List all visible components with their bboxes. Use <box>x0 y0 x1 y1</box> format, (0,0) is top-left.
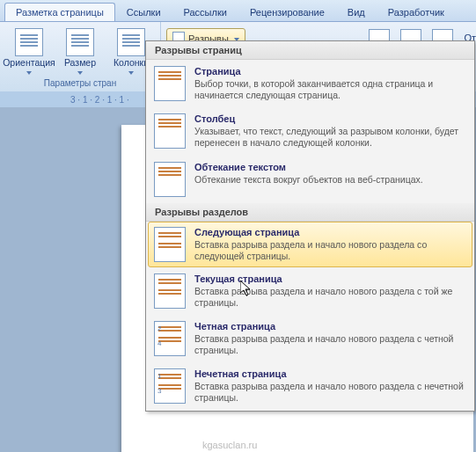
next-page-icon <box>154 227 186 262</box>
menu-item-title: Обтекание текстом <box>194 162 466 172</box>
menu-item-odd-page[interactable]: 3 Нечетная страница Вставка разрыва разд… <box>146 362 474 410</box>
menu-item-desc: Вставка разрыва раздела и начало нового … <box>194 333 466 356</box>
columns-label: Колонки <box>114 58 149 69</box>
column-break-icon <box>154 113 186 149</box>
menu-item-page-break[interactable]: Страница Выбор точки, в которой заканчив… <box>146 60 474 107</box>
group-label: Параметры стран <box>7 77 153 90</box>
tab-references[interactable]: Ссылки <box>115 3 172 21</box>
size-button[interactable]: Размер <box>58 28 102 75</box>
menu-item-desc: Вставка разрыва раздела и начало нового … <box>194 381 466 404</box>
orientation-label: Ориентация <box>3 58 55 69</box>
tab-page-layout[interactable]: Разметка страницы <box>4 3 115 21</box>
ribbon-group-page-setup: Ориентация Размер Колонки Параметры стра… <box>0 22 161 91</box>
chevron-down-icon <box>128 71 134 75</box>
chevron-down-icon <box>77 71 83 75</box>
menu-item-text-wrapping[interactable]: Обтекание текстом Обтекание текста вокру… <box>146 156 474 203</box>
menu-item-even-page[interactable]: 4 Четная страница Вставка разрыва раздел… <box>146 315 474 362</box>
menu-item-desc: Вставка разрыва раздела и начало нового … <box>194 239 466 262</box>
dropdown-section-section-breaks: Разрывы разделов <box>146 203 474 222</box>
menu-item-column-break[interactable]: Столбец Указывает, что текст, следующий … <box>146 107 474 155</box>
columns-icon <box>117 28 145 56</box>
orientation-icon <box>15 28 43 56</box>
chevron-down-icon <box>26 71 32 75</box>
ribbon-tabs: Разметка страницы Ссылки Рассылки Реценз… <box>0 0 476 21</box>
tab-view[interactable]: Вид <box>336 3 377 21</box>
tab-mailings[interactable]: Рассылки <box>172 3 238 21</box>
menu-item-title: Четная страница <box>194 321 466 332</box>
menu-item-title: Нечетная страница <box>194 368 466 379</box>
menu-item-title: Следующая страница <box>194 227 466 237</box>
tab-developer[interactable]: Разработчик <box>377 3 456 21</box>
continuous-icon <box>154 273 186 309</box>
tab-review[interactable]: Рецензирование <box>238 3 336 21</box>
size-label: Размер <box>64 58 96 69</box>
menu-item-next-page[interactable]: Следующая страница Вставка разрыва разде… <box>148 222 472 267</box>
odd-page-icon: 3 <box>154 368 186 404</box>
menu-item-desc: Обтекание текста вокруг объектов на веб-… <box>194 174 466 186</box>
menu-item-title: Страница <box>194 66 466 77</box>
orientation-button[interactable]: Ориентация <box>7 28 51 75</box>
menu-item-desc: Вставка разрыва раздела и начало нового … <box>194 286 466 309</box>
menu-item-desc: Указывает, что текст, следующий за разры… <box>194 126 466 149</box>
text-wrapping-icon <box>154 162 186 197</box>
menu-item-desc: Выбор точки, в которой заканчивается одн… <box>194 78 466 101</box>
even-page-icon: 4 <box>154 321 186 356</box>
menu-item-continuous[interactable]: Текущая страница Вставка разрыва раздела… <box>146 267 474 315</box>
menu-item-title: Текущая страница <box>194 273 466 284</box>
menu-item-title: Столбец <box>194 113 466 124</box>
dropdown-section-page-breaks: Разрывы страниц <box>146 41 474 60</box>
size-icon <box>66 28 94 56</box>
page-break-icon <box>154 66 186 101</box>
breaks-dropdown: Разрывы страниц Страница Выбор точки, в … <box>145 40 475 412</box>
